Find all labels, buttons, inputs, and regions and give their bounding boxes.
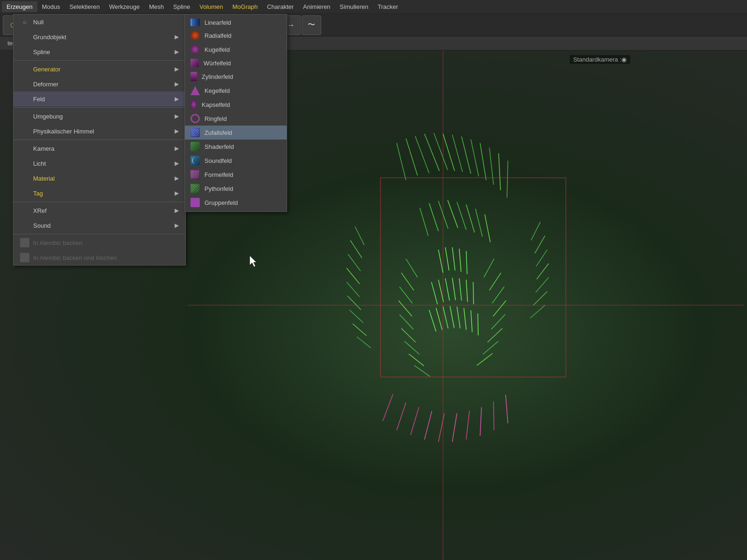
svg-line-78 — [429, 310, 436, 332]
svg-line-77 — [473, 282, 473, 304]
svg-line-80 — [443, 307, 448, 329]
svg-line-7 — [443, 134, 455, 171]
menu-null[interactable]: ○ Null — [14, 14, 185, 29]
svg-line-68 — [452, 247, 455, 271]
menu-volumen[interactable]: Volumen — [195, 1, 228, 12]
feld-submenu: Linearfeld Radialfeld Kugelfeld Würfelfe… — [184, 14, 287, 212]
formelfeld-icon — [190, 170, 200, 179]
xref-arrow: ▶ — [175, 207, 179, 214]
menu-werkzeuge[interactable]: Werkzeuge — [105, 1, 145, 12]
svg-line-61 — [493, 301, 506, 316]
svg-line-3 — [406, 139, 417, 175]
submenu-kugelfeld[interactable]: Kugelfeld — [185, 42, 287, 56]
svg-line-63 — [487, 329, 502, 343]
kamera-icon — [20, 144, 29, 153]
svg-line-74 — [452, 278, 456, 300]
menu-umgebung[interactable]: Umgebung ▶ — [14, 109, 185, 124]
submenu-formelfeld[interactable]: Formelfeld — [185, 168, 287, 182]
svg-line-44 — [448, 200, 458, 228]
menu-animieren[interactable]: Animieren — [298, 1, 335, 12]
menu-alembic2[interactable]: In Alembic backen und löschen — [14, 250, 185, 265]
menu-tag[interactable]: Tag ▶ — [14, 186, 185, 201]
xref-icon — [20, 206, 29, 215]
submenu-zylinderfeld[interactable]: Zylinderfeld — [185, 70, 287, 84]
svg-line-10 — [471, 140, 479, 176]
menu-material[interactable]: Material ▶ — [14, 171, 185, 186]
submenu-ringfeld[interactable]: Ringfeld — [185, 112, 287, 126]
svg-line-2 — [397, 143, 406, 180]
svg-line-11 — [480, 143, 486, 180]
menu-licht[interactable]: Licht ▶ — [14, 156, 185, 171]
menu-charakter[interactable]: Charakter — [262, 1, 298, 12]
alembic1-icon — [20, 238, 29, 247]
menu-xref[interactable]: XRef ▶ — [14, 203, 185, 218]
menu-generator[interactable]: Generator ▶ — [14, 62, 185, 77]
submenu-wuerfelfeld[interactable]: Würfelfeld — [185, 56, 287, 70]
menu-simulieren[interactable]: Simulieren — [335, 1, 373, 12]
submenu-kapselfeld[interactable]: Kapselfeld — [185, 98, 287, 112]
licht-arrow: ▶ — [175, 160, 179, 167]
menu-kamera[interactable]: Kamera ▶ — [14, 141, 185, 156]
grundobjekt-icon — [20, 32, 29, 42]
menu-tracker[interactable]: Tracker — [373, 1, 403, 12]
shaderfeld-icon — [190, 142, 200, 151]
svg-line-36 — [466, 411, 470, 440]
submenu-shaderfeld[interactable]: Shaderfeld — [185, 140, 287, 154]
menu-selektieren[interactable]: Selektieren — [65, 1, 105, 12]
svg-line-29 — [533, 291, 547, 305]
menu-spline[interactable]: Spline — [169, 1, 195, 12]
svg-line-65 — [477, 353, 493, 365]
svg-line-23 — [357, 337, 371, 348]
svg-line-33 — [424, 411, 432, 440]
menu-erzeugen[interactable]: Erzeugen — [2, 1, 37, 12]
ringfeld-icon — [190, 114, 200, 123]
menu-modus[interactable]: Modus — [37, 1, 65, 12]
svg-line-31 — [397, 402, 406, 430]
null-icon: ○ — [20, 17, 29, 27]
sound-arrow: ▶ — [175, 222, 179, 229]
svg-line-42 — [429, 203, 438, 231]
menu-physhimmel[interactable]: Physikalischer Himmel ▶ — [14, 124, 185, 139]
submenu-radialfeld[interactable]: Radialfeld — [185, 28, 287, 42]
menu-mograph[interactable]: MoGraph — [228, 1, 262, 12]
deformer-arrow: ▶ — [175, 81, 179, 87]
svg-line-17 — [348, 254, 360, 271]
submenu-zufallsfeld[interactable]: Zufallsfeld — [185, 126, 287, 140]
svg-line-5 — [424, 134, 439, 171]
svg-line-56 — [409, 354, 424, 366]
submenu-linearfeld[interactable]: Linearfeld — [185, 16, 287, 28]
menu-deformer[interactable]: Deformer ▶ — [14, 77, 185, 91]
menubar: Erzeugen Modus Selektieren Werkzeuge Mes… — [0, 0, 747, 14]
menu-feld[interactable]: Feld ▶ — [14, 91, 185, 106]
camera-label: Standardkamera :◉ — [570, 55, 630, 64]
svg-line-45 — [457, 202, 466, 230]
svg-line-69 — [459, 249, 461, 272]
svg-line-14 — [507, 161, 508, 197]
soundfeld-icon — [190, 156, 200, 165]
deformer-icon — [20, 79, 29, 89]
gruppenfeld-icon — [190, 198, 200, 207]
menu-alembic1[interactable]: In Alembic backen — [14, 235, 185, 250]
zylinderfeld-icon — [190, 72, 197, 81]
toolbar-curve[interactable]: 〜 — [302, 15, 321, 35]
svg-line-62 — [491, 315, 505, 329]
menu-spline[interactable]: Spline ▶ — [14, 44, 185, 59]
svg-line-51 — [400, 287, 413, 303]
svg-line-70 — [466, 251, 467, 274]
menu-grundobjekt[interactable]: Grundobjekt ▶ — [14, 29, 185, 44]
svg-line-41 — [420, 208, 428, 236]
submenu-kegelfeld[interactable]: Kegelfeld — [185, 84, 287, 98]
sep2 — [14, 107, 185, 108]
submenu-pythonfeld[interactable]: Pythonfeld — [185, 182, 287, 196]
svg-line-60 — [492, 287, 504, 303]
svg-line-53 — [400, 315, 414, 329]
kamera-arrow: ▶ — [175, 145, 179, 152]
svg-line-4 — [415, 136, 429, 173]
svg-line-40 — [383, 394, 393, 421]
kugelfeld-icon — [190, 45, 200, 54]
menu-sound[interactable]: Sound ▶ — [14, 218, 185, 233]
submenu-gruppenfeld[interactable]: Gruppenfeld — [185, 196, 287, 210]
submenu-soundfeld[interactable]: Soundfeld — [185, 154, 287, 168]
menu-mesh[interactable]: Mesh — [144, 1, 169, 12]
svg-line-84 — [471, 310, 472, 332]
